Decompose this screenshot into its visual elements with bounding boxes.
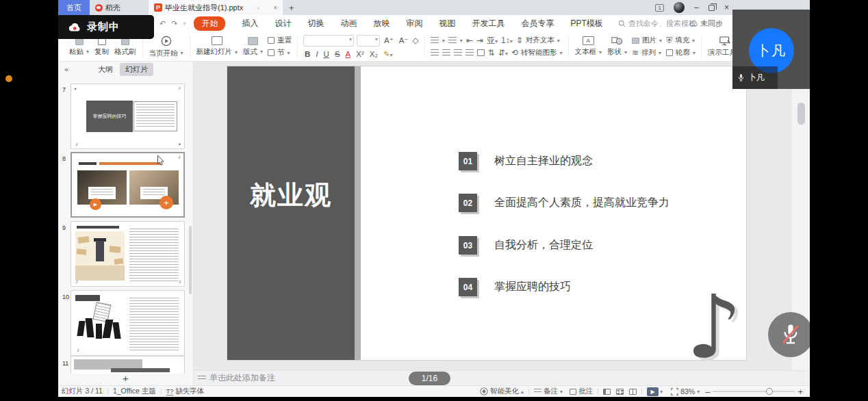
increase-font-button[interactable]: A⁺ — [383, 36, 395, 45]
comments-button[interactable]: 批注 — [570, 387, 593, 396]
editor-scrollbar-thumb[interactable] — [797, 103, 805, 125]
layout-button[interactable]: 版式▾ — [240, 32, 266, 61]
recording-indicator[interactable]: 录制中 — [58, 15, 154, 39]
new-slide-button[interactable]: 新建幻灯片▾ — [194, 32, 241, 61]
zoom-out-button[interactable]: – — [705, 387, 710, 397]
menu-item-home[interactable]: 开始 — [194, 16, 225, 31]
slide-thumbnail-8[interactable]: ▶ + ♪ — [71, 152, 185, 218]
distribute-icon[interactable] — [477, 49, 485, 56]
account-avatar[interactable] — [674, 2, 685, 13]
redo-icon[interactable]: ↷ — [171, 19, 177, 28]
bold-button[interactable]: B — [303, 50, 311, 58]
align-text-button[interactable]: ⇕对齐文本▾ — [516, 36, 560, 45]
fit-zoom-control[interactable]: 83% ▾ — [671, 387, 700, 396]
menu-item-slideshow[interactable]: 放映 — [373, 18, 390, 29]
fill-button[interactable]: ⛨填充▾ — [666, 36, 695, 45]
text-box-button[interactable]: A 文本框▾ — [572, 32, 605, 61]
slide-thumbnail-7[interactable]: ▪ ♪ 掌握应聘的技巧 ♪ ▪ — [71, 83, 185, 149]
menu-item-transition[interactable]: 切换 — [307, 18, 324, 29]
mic-muted-button[interactable] — [768, 312, 810, 357]
tab-docer[interactable]: 稻壳 — [90, 0, 149, 15]
slide-list-item[interactable]: 03 自我分析，合理定位 — [459, 236, 593, 255]
restore-button[interactable] — [709, 5, 715, 11]
slide-list-item[interactable]: 04 掌握应聘的技巧 — [459, 278, 571, 296]
menu-item-insert[interactable]: 插入 — [242, 18, 258, 29]
tab-close-icon[interactable]: × — [273, 4, 277, 12]
new-tab-button[interactable]: + — [283, 0, 301, 15]
font-size-combo[interactable] — [357, 35, 380, 47]
reset-button[interactable]: 重置 — [268, 36, 292, 45]
notes-toggle-button[interactable]: 备注 ▾ — [534, 387, 563, 396]
menu-item-animation[interactable]: 动画 — [340, 18, 357, 29]
justify-icon[interactable] — [465, 49, 474, 56]
slide-sorter-view-button[interactable] — [616, 389, 624, 395]
align-right-icon[interactable] — [454, 49, 462, 56]
tab-document[interactable]: P 毕业生就业指导(1).pptx ▫ × — [149, 0, 283, 15]
tab-slides[interactable]: 幻灯片 — [120, 63, 153, 76]
decrease-font-button[interactable]: A⁻ — [398, 36, 410, 45]
font-name-combo[interactable] — [303, 35, 354, 47]
zoom-slider[interactable] — [713, 391, 795, 392]
menu-item-templates[interactable]: PPT模板 — [570, 18, 602, 29]
undo-icon[interactable]: ↶ — [159, 19, 166, 28]
slide-thumbnail-11[interactable] — [71, 356, 185, 374]
align-center-icon[interactable] — [442, 49, 450, 56]
row-spacing-icon[interactable]: ⇵▾ — [498, 49, 508, 57]
increase-indent-icon[interactable]: ⇥ — [476, 36, 483, 44]
tab-pin-icon[interactable]: ▫ — [257, 4, 259, 12]
numbered-list-icon[interactable] — [448, 37, 457, 44]
zoom-in-button[interactable]: + — [797, 387, 803, 397]
slide-title[interactable]: 就业观 — [227, 178, 355, 213]
video-call-float[interactable]: 卜凡 卜凡 — [732, 10, 810, 89]
notes-bar[interactable]: 单击此处添加备注 1/16 — [194, 370, 810, 385]
slide-title-panel[interactable] — [227, 66, 355, 360]
smart-beautify-button[interactable]: 智能美化 ▴ — [480, 387, 524, 396]
add-slide-button[interactable]: + — [123, 374, 129, 383]
reading-view-button[interactable] — [629, 389, 637, 395]
underline-button[interactable]: U — [322, 50, 331, 58]
close-button[interactable]: × — [724, 3, 729, 12]
window-count-badge[interactable]: 1 — [655, 4, 664, 12]
slide-list-item[interactable]: 02 全面提高个人素质，提高就业竞争力 — [459, 194, 669, 212]
slide-list-item[interactable]: 01 树立自主择业的观念 — [459, 152, 593, 170]
decrease-indent-icon[interactable]: ⇤ — [466, 36, 473, 44]
menu-item-devtools[interactable]: 开发工具 — [472, 18, 505, 29]
menu-item-view[interactable]: 视图 — [439, 18, 455, 29]
outline-button[interactable]: 轮廓▾ — [666, 48, 695, 57]
menu-item-review[interactable]: 审阅 — [406, 18, 422, 29]
zoom-slider-knob[interactable] — [766, 388, 773, 395]
sidebar-scrollbar[interactable] — [189, 226, 192, 294]
italic-button[interactable]: I — [314, 50, 319, 58]
clear-format-icon[interactable]: ◇ — [413, 36, 419, 44]
strikethrough-button[interactable]: S — [333, 50, 342, 58]
command-search[interactable]: 查找命令、搜索模板 — [618, 18, 696, 29]
shapes-button[interactable]: 形状▾ — [604, 32, 630, 61]
tab-outline[interactable]: 大纲 — [98, 64, 113, 75]
menu-item-member[interactable]: 会员专享 — [521, 18, 554, 29]
tab-home[interactable]: 首页 — [58, 0, 90, 15]
missing-font-status[interactable]: T? 缺失字体 — [166, 387, 205, 396]
menu-item-design[interactable]: 设计 — [275, 18, 291, 29]
section-button[interactable]: 节▾ — [268, 48, 292, 57]
line-spacing-icon[interactable]: 1↕▾ — [501, 36, 513, 44]
collapse-sidebar-icon[interactable]: « — [64, 65, 68, 73]
smart-graphic-button[interactable]: ⟲转智能图形▾ — [511, 48, 563, 57]
picture-button[interactable]: 图片▾ — [632, 36, 662, 45]
text-direction-icon[interactable]: 亚▾ — [487, 36, 498, 44]
slide-thumbnail-10[interactable]: ♪ — [71, 290, 185, 356]
superscript-button[interactable]: X² — [355, 50, 366, 58]
minimize-button[interactable]: – — [694, 3, 699, 12]
slideshow-play-button[interactable]: ▶ — [647, 387, 659, 396]
caret-icon[interactable]: ▾ — [660, 389, 663, 395]
quick-access-more-icon[interactable]: ▿ — [183, 21, 186, 27]
slide-thumbnail-9[interactable]: ♪ ♪ — [71, 221, 185, 287]
bullet-list-icon[interactable] — [431, 37, 439, 44]
highlight-button[interactable]: ✎▾ — [382, 49, 394, 59]
slide-canvas[interactable]: 就业观 01 树立自主择业的观念 02 全面提高个人素质，提高就业竞争力 03 … — [227, 66, 746, 360]
align-left-icon[interactable] — [431, 49, 439, 56]
sync-status[interactable]: 未同步 — [689, 18, 723, 29]
paragraph-spacing-icon[interactable]: ⇅ — [488, 49, 495, 57]
font-color-button[interactable]: A — [344, 50, 353, 58]
subscript-button[interactable]: X₂ — [368, 50, 379, 58]
arrange-button[interactable]: ≋排列▾ — [632, 48, 662, 57]
